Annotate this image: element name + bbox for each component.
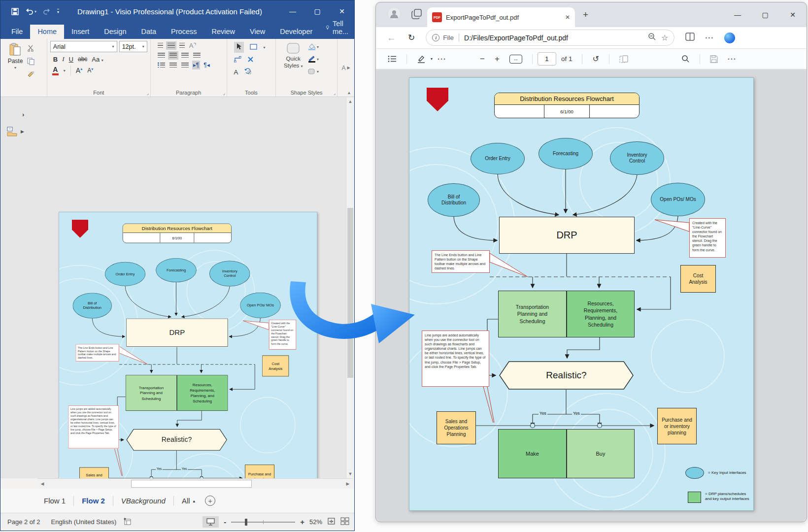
justify-icon[interactable] [193, 53, 201, 58]
pointer-tool-icon[interactable] [234, 42, 244, 53]
zoom-slider-thumb[interactable] [245, 519, 247, 526]
font-size-combo[interactable]: 12pt. ▾ [119, 41, 147, 52]
node-bill-of-distribution[interactable]: Bill of Distribution [428, 183, 480, 217]
zoom-in-button[interactable]: + [300, 518, 304, 526]
cut-icon[interactable] [27, 45, 34, 54]
node-open-pos-mos[interactable]: Open POs/ MOs [240, 293, 281, 318]
tab-insert[interactable]: Insert [64, 25, 97, 39]
align-center-icon[interactable] [169, 53, 177, 58]
node-resources[interactable]: Resources, Requirements, Planning, and S… [567, 291, 635, 337]
tab-design[interactable]: Design [97, 25, 134, 39]
align-middle-icon[interactable] [168, 43, 175, 48]
refresh-icon[interactable]: ↻ [408, 33, 415, 43]
page-tab-flow2[interactable]: Flow 2 [74, 497, 113, 505]
connector-tool-icon[interactable] [234, 56, 241, 65]
font-name-combo[interactable]: Arial ▾ [50, 41, 117, 52]
page-tab-flow1[interactable]: Flow 1 [36, 497, 73, 505]
tab-review[interactable]: Review [204, 25, 243, 39]
title-banner[interactable]: Distribution Resources Flowchart 6/1/00 [123, 224, 232, 243]
save-icon[interactable] [11, 8, 19, 15]
effects-icon[interactable]: ▾ [307, 68, 319, 77]
scroll-left-icon[interactable]: ◀ [37, 481, 47, 486]
align-left-icon[interactable] [158, 53, 165, 58]
grow-font-button[interactable]: A▴ [76, 66, 82, 74]
node-forecasting[interactable]: Forecasting [156, 258, 197, 282]
line-color-icon[interactable]: ▾ [307, 56, 319, 65]
scroll-up-icon[interactable]: ▲ [346, 99, 354, 104]
node-transportation[interactable]: Transportation Planning and Scheduling [126, 375, 177, 411]
font-color-dropdown-icon[interactable]: ▾ [64, 68, 66, 73]
highlighter-icon[interactable] [417, 55, 426, 63]
callout-line-ends[interactable]: The Line Ends button and Line Pattern bu… [432, 250, 490, 273]
underline-button[interactable]: U [69, 56, 73, 63]
toc-icon[interactable] [388, 55, 397, 63]
all-pages-dropdown[interactable]: All ▴ [174, 497, 203, 505]
page-number-input[interactable]: 1 [538, 52, 556, 66]
node-purchase-inventory[interactable]: Purchase and or inventory planning [657, 408, 697, 444]
italic-button[interactable]: I [62, 55, 64, 63]
presentation-mode-icon[interactable] [202, 516, 219, 528]
search-icon[interactable] [681, 55, 690, 63]
fill-color-icon[interactable]: ▾ [307, 43, 319, 52]
pdf-more-icon[interactable]: ··· [728, 55, 737, 63]
callout-line-jumps[interactable]: Line jumps are added automatically when … [422, 331, 489, 387]
node-open-pos-mos[interactable]: Open POs/ MOs [651, 183, 705, 216]
ltr-text-icon[interactable]: ▸¶ [193, 62, 199, 68]
node-sales-operations[interactable]: Sales and Operations Planning [79, 467, 109, 478]
tab-close-icon[interactable]: ✕ [565, 14, 570, 21]
zoom-out-button[interactable]: - [224, 518, 226, 526]
node-buy[interactable]: Buy [567, 429, 635, 478]
add-page-button[interactable]: + [205, 496, 215, 506]
highlighter-dropdown-icon[interactable]: ▾ [431, 57, 433, 61]
node-purchase-inventory[interactable]: Purchase and or inventory planning [245, 465, 274, 478]
decrease-indent-icon[interactable] [169, 63, 177, 68]
close-button[interactable]: ✕ [779, 2, 807, 27]
node-make[interactable]: Make [498, 429, 567, 478]
fit-to-width-icon[interactable]: ↔ [509, 55, 522, 64]
settings-menu-icon[interactable]: ··· [705, 33, 714, 42]
address-bar[interactable]: i File D:/Files/ExportPageToPdf_out.pdf … [426, 30, 674, 46]
page-tab-vbackground[interactable]: VBackground [113, 497, 173, 505]
scroll-right-icon[interactable]: ▶ [343, 481, 353, 486]
tab-developer[interactable]: Developer [272, 25, 320, 39]
format-painter-icon[interactable] [27, 71, 34, 80]
tab-view[interactable]: View [242, 25, 272, 39]
fit-page-icon[interactable] [327, 517, 336, 527]
new-tab-button[interactable]: + [583, 9, 588, 20]
align-right-icon[interactable] [181, 53, 189, 58]
title-banner[interactable]: Distribution Resources Flowchart 6/1/00 [494, 93, 640, 118]
tab-data[interactable]: Data [134, 25, 164, 39]
status-language[interactable]: English (United States) [51, 518, 117, 526]
rotate-tool-icon[interactable] [244, 67, 251, 76]
callout-line-ends[interactable]: The Line Ends button and Line Pattern bu… [76, 344, 120, 362]
rotate-icon[interactable]: ↺ [592, 54, 599, 64]
visio-drawing-page-host[interactable]: Distribution Resources Flowchart 6/1/00 … [59, 212, 318, 478]
increase-indent-icon[interactable] [181, 63, 189, 68]
ribbon-collapse-icon[interactable]: ▴ [348, 90, 350, 95]
annotation-more-icon[interactable]: ··· [438, 55, 446, 63]
connection-point-tool-icon[interactable] [247, 56, 254, 65]
copilot-icon[interactable] [724, 33, 735, 43]
align-top-icon[interactable] [158, 43, 163, 48]
profile-icon[interactable] [388, 7, 401, 22]
zoom-slider[interactable] [231, 522, 295, 523]
node-order-entry[interactable]: Order Entry [471, 143, 525, 174]
strikethrough-button[interactable]: abc [78, 56, 87, 63]
paste-dropdown-icon[interactable]: ▾ [14, 66, 16, 70]
shrink-font-button[interactable]: A▾ [87, 67, 93, 74]
stencil-panel-icon[interactable]: ▶ [7, 127, 24, 136]
text-tool-icon[interactable]: A [234, 68, 238, 76]
switch-windows-icon[interactable] [340, 517, 349, 527]
redo-icon[interactable] [43, 8, 51, 15]
vertical-scrollbar[interactable]: ▲ ▼ [346, 97, 354, 478]
minimize-button[interactable]: — [724, 2, 751, 27]
zoom-indicator-icon[interactable] [648, 33, 656, 43]
node-inventory-control[interactable]: Inventory Control [209, 261, 250, 286]
pdf-content-area[interactable]: Distribution Resources Flowchart 6/1/00 … [376, 70, 806, 521]
align-bottom-icon[interactable] [179, 43, 185, 48]
back-icon[interactable]: ← [387, 33, 396, 43]
visio-canvas[interactable]: › ▶ [0, 97, 354, 478]
node-drp[interactable]: DRP [126, 318, 228, 346]
horizontal-scroll-thumb[interactable] [131, 480, 252, 488]
shapes-panel-expand-icon[interactable]: › [22, 111, 24, 118]
